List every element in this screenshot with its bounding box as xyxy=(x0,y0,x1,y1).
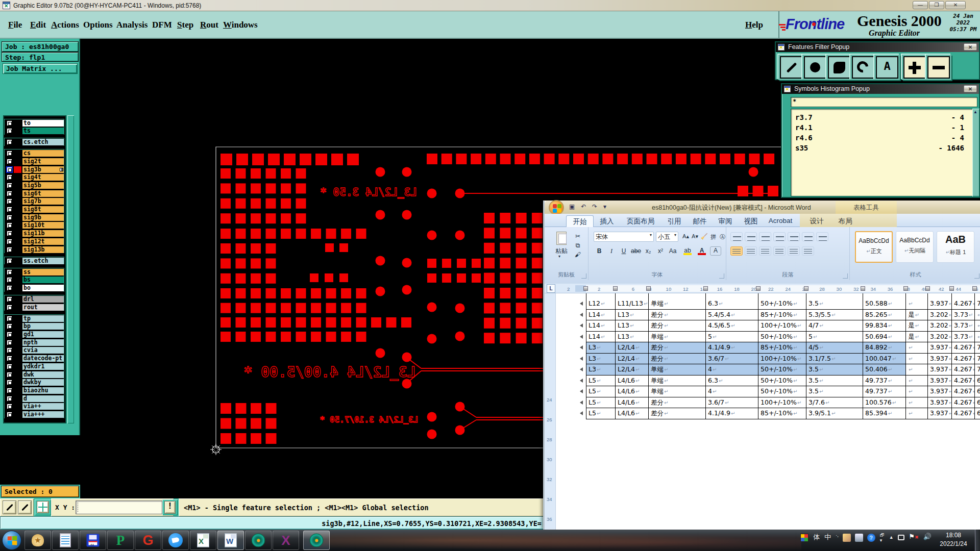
font-style-4[interactable]: x₂ xyxy=(643,246,654,256)
table-cell[interactable]: 是↵ xyxy=(906,310,928,321)
table-cell[interactable]: 6.↵ xyxy=(975,375,980,387)
layer-checkbox[interactable] xyxy=(6,403,13,410)
layer-row-sig11b[interactable]: sig11b xyxy=(5,230,64,237)
layer-row-rout[interactable]: rout xyxy=(5,304,64,311)
paragraph-tool-6[interactable] xyxy=(816,232,828,241)
table-cell[interactable]: L13↵ xyxy=(616,310,649,321)
table-cell[interactable]: L14↵ xyxy=(586,320,616,332)
layer-color-chip[interactable] xyxy=(14,304,21,311)
font-style-2[interactable]: U xyxy=(618,246,629,256)
menu-help[interactable]: Help xyxy=(745,20,763,30)
table-cell[interactable]: 5↵ xyxy=(806,332,863,343)
table-cell[interactable]: 85+/-10%↵ xyxy=(758,408,806,419)
layer-checkbox[interactable] xyxy=(6,269,13,276)
layer-checkbox[interactable] xyxy=(6,158,13,165)
layer-row-dwkby[interactable]: dwkby xyxy=(5,379,64,386)
table-cell[interactable]: 3.6/7↵ xyxy=(706,354,758,365)
table-cell[interactable]: 3.202↵ xyxy=(928,320,952,332)
menu-windows[interactable]: Windows xyxy=(223,20,258,30)
network-icon[interactable] xyxy=(898,535,904,540)
taskbar-word[interactable]: W xyxy=(217,531,244,550)
dialog-launcher-icon[interactable] xyxy=(974,273,979,279)
filter-popup-close[interactable]: ✕ xyxy=(964,43,977,51)
document-area[interactable]: L12↵L11/L13↵单端↵6.3↵50+/-10%↵3.5↵50.588↵↵… xyxy=(556,293,980,530)
layer-row-to[interactable]: to xyxy=(5,120,64,127)
layer-name[interactable]: bp xyxy=(22,323,64,330)
paragraph-tool-2[interactable] xyxy=(759,232,771,241)
layer-checkbox[interactable] xyxy=(6,150,13,157)
layer-checkbox[interactable] xyxy=(6,238,13,245)
table-cell[interactable]: 3.937↵ xyxy=(928,408,952,419)
table-cell[interactable]: 3.5↵ xyxy=(806,298,863,310)
menu-rout[interactable]: Rout xyxy=(200,20,218,30)
table-row[interactable]: L3↵L2/L4↵差分↵3.6/7↵100+/-10%↵3.1/7.5↵100.… xyxy=(586,354,980,365)
align-tool-1[interactable] xyxy=(745,246,757,256)
font-name-select[interactable]: 宋体▾ xyxy=(594,232,654,242)
table-cell[interactable]: 100.576↵ xyxy=(863,397,906,409)
layer-color-chip[interactable] xyxy=(14,347,21,354)
histogram-popup-close[interactable]: ✕ xyxy=(964,85,977,92)
table-cell[interactable]: ↵ xyxy=(906,408,928,419)
quick-access-toolbar[interactable]: ▣ ↶ ↷ ▾ xyxy=(569,203,608,210)
layer-color-chip[interactable] xyxy=(14,339,21,346)
histogram-scrollbar[interactable] xyxy=(972,109,979,196)
layer-color-chip[interactable] xyxy=(14,323,21,330)
layer-checkbox[interactable] xyxy=(6,395,13,402)
table-cell[interactable]: 6.↵ xyxy=(975,386,980,397)
table-cell[interactable]: 4.1/4.9↵ xyxy=(706,342,758,354)
tab-2[interactable]: 页面布局 xyxy=(620,215,661,227)
word-titlebar[interactable]: ▣ ↶ ↷ ▾ es81h00ga0-阻抗设计(New) [兼容模式] - Mi… xyxy=(545,201,980,214)
layer-checkbox[interactable] xyxy=(6,198,13,205)
font-style-5[interactable]: x² xyxy=(655,246,666,256)
taskbar-shell[interactable]: ★ xyxy=(24,531,51,550)
table-cell[interactable]: 6.3↵ xyxy=(706,375,758,387)
tab-6[interactable]: 视图 xyxy=(739,215,763,227)
layer-checkbox[interactable] xyxy=(6,387,13,394)
histogram-filter-input[interactable]: * xyxy=(791,97,977,107)
table-cell[interactable]: 5.4/5.4↵ xyxy=(706,310,758,321)
volume-icon[interactable]: 🔊 xyxy=(923,533,932,540)
layer-checkbox[interactable] xyxy=(6,182,13,189)
table-cell[interactable]: 差分↵ xyxy=(649,408,706,419)
layer-color-chip[interactable] xyxy=(14,395,21,402)
dialog-launcher-icon[interactable] xyxy=(843,273,848,279)
layer-name[interactable]: npth xyxy=(22,339,64,346)
action-center-icon[interactable]: ⚑✖ xyxy=(909,533,919,540)
maximize-button[interactable]: ❐ xyxy=(929,1,944,9)
layer-row-ss.etch[interactable]: ss.etch xyxy=(5,258,64,265)
layer-row-npth[interactable]: npth xyxy=(5,339,64,346)
table-cell[interactable]: 7.↵ xyxy=(975,354,980,365)
font-size-select[interactable]: 小五▾ xyxy=(656,232,678,242)
layer-name[interactable]: cs.etch xyxy=(22,139,64,145)
layer-color-chip[interactable] xyxy=(14,269,21,276)
layer-name[interactable]: bs xyxy=(22,277,64,283)
layer-row-ydkdr1[interactable]: ydkdr1 xyxy=(5,363,64,370)
layer-checkbox[interactable] xyxy=(6,379,13,386)
layer-name[interactable]: sig13b xyxy=(22,246,64,253)
menu-dfm[interactable]: DFM xyxy=(152,20,172,30)
layer-row-biaozhu[interactable]: biaozhu xyxy=(5,387,64,394)
font-style-6[interactable]: Aa xyxy=(667,246,678,256)
table-cell[interactable]: ↵ xyxy=(906,375,928,387)
layer-row-cvia[interactable]: cvia xyxy=(5,347,64,354)
layer-color-chip[interactable] xyxy=(14,222,21,229)
table-row[interactable]: L14↵L13↵差分↵5.4/5.4↵85+/-10%↵5.3/5.5↵85.2… xyxy=(586,310,980,321)
filter-text-button[interactable]: A xyxy=(876,56,898,79)
layer-checkbox[interactable] xyxy=(6,206,13,213)
table-row[interactable]: L5↵L4/L6↵差分↵3.6/7↵100+/-10%↵3/7.6↵100.57… xyxy=(586,397,980,409)
filter-negative-button[interactable] xyxy=(927,56,950,79)
tray-window-icon[interactable]: 🗗▾ xyxy=(880,533,885,543)
layer-name[interactable]: to xyxy=(22,120,64,127)
tray-notebook-icon[interactable] xyxy=(855,534,863,542)
layer-color-chip[interactable] xyxy=(14,331,21,338)
copy-icon[interactable]: ⧉ xyxy=(573,241,582,248)
layer-checkbox[interactable] xyxy=(6,190,13,197)
layer-checkbox[interactable] xyxy=(6,120,13,127)
layer-name[interactable]: ss.etch xyxy=(22,258,64,264)
layer-list-scrollbar[interactable] xyxy=(67,115,74,423)
layer-checkbox[interactable] xyxy=(6,285,13,291)
layer-row-sig5b[interactable]: sig5b xyxy=(5,182,64,189)
layer-name[interactable]: sig8t xyxy=(22,206,64,213)
start-button[interactable] xyxy=(2,531,21,550)
table-cell[interactable]: 4.267↵ xyxy=(952,354,975,365)
